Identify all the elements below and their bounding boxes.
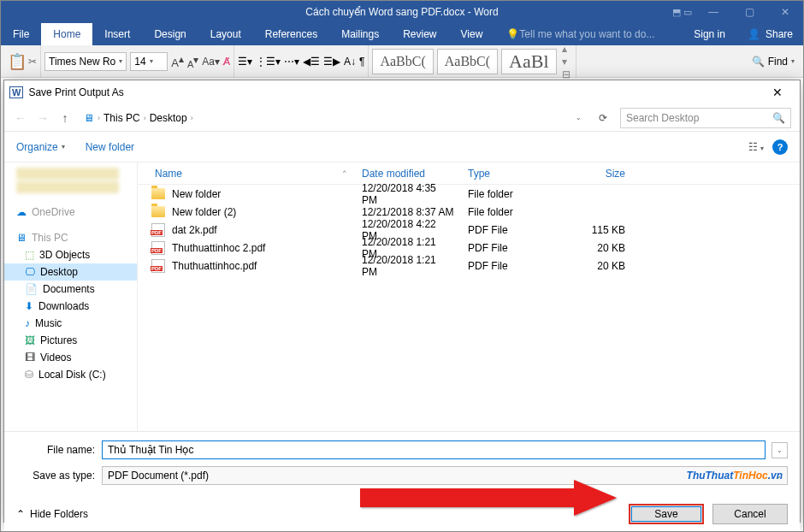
save-as-dialog: W Save Print Output As ✕ ← → ↑ 🖥 › This … [3, 80, 801, 523]
file-row[interactable]: dat 2k.pdf12/20/2018 4:22 PMPDF File115 … [138, 221, 800, 239]
dialog-bottom: File name: ⌄ Save as type: PDF Document … [4, 431, 800, 531]
minimize-button[interactable]: — [695, 1, 731, 23]
ribbon-home: 📋 ✂ Times New Ro▾ 14▾ A▴ A▾ Aa▾ A̸ ☰▾ ⋮☰… [1, 45, 803, 78]
nav-forward-button[interactable]: → [35, 111, 50, 125]
filename-input[interactable] [102, 440, 766, 459]
column-date[interactable]: Date modified [355, 168, 461, 180]
tab-view[interactable]: View [449, 23, 495, 45]
sidebar-thispc[interactable]: 🖥This PC [4, 229, 137, 246]
show-marks-icon[interactable]: ¶ [359, 56, 364, 68]
style-normal[interactable]: AaBbC( [372, 49, 433, 74]
savetype-combo[interactable]: PDF Document (*.pdf) ⌄ [102, 466, 788, 485]
tell-me-search[interactable]: 💡 Tell me what you want to do... [494, 23, 666, 45]
styles-more-icon[interactable]: ⊟ [562, 68, 570, 80]
sidebar-3dobjects[interactable]: ⬚3D Objects [4, 246, 137, 263]
numbering-icon[interactable]: ⋮☰▾ [256, 56, 281, 68]
sidebar-downloads[interactable]: ⬇Downloads [4, 298, 137, 315]
find-label: Find [768, 56, 788, 68]
organize-label: Organize [16, 141, 58, 153]
file-type: PDF File [461, 242, 557, 254]
column-type[interactable]: Type [461, 168, 557, 180]
paste-icon[interactable]: 📋 [8, 52, 27, 71]
search-input[interactable]: Search Desktop 🔍 [620, 108, 791, 128]
dialog-close-button[interactable]: ✕ [760, 86, 795, 99]
folder-icon [151, 206, 165, 217]
sidebar-music[interactable]: ♪Music [4, 315, 137, 332]
dialog-title: Save Print Output As [28, 86, 123, 98]
multilevel-icon[interactable]: ⋯▾ [284, 56, 299, 68]
file-list: Name⌃ Date modified Type Size New folder… [138, 163, 800, 431]
clear-format-icon[interactable]: A̸ [223, 56, 230, 68]
nav-back-button[interactable]: ← [13, 111, 28, 125]
change-case-icon[interactable]: Aa▾ [202, 56, 220, 68]
tab-file[interactable]: File [1, 23, 41, 45]
cut-icon[interactable]: ✂ [28, 56, 37, 68]
savetype-label: Save as type: [16, 470, 95, 482]
save-button[interactable]: Save [629, 504, 704, 524]
breadcrumb[interactable]: 🖥 › This PC › Desktop › ⌄ [80, 108, 586, 128]
window-restore-icons[interactable]: ⬒ ▭ [672, 1, 692, 23]
increase-indent-icon[interactable]: ☰▶ [323, 56, 340, 68]
sidebar-documents[interactable]: 📄Documents [4, 281, 137, 298]
file-row[interactable]: New folder (2)12/21/2018 8:37 AMFile fol… [138, 203, 800, 221]
file-size: 20 KB [557, 242, 632, 254]
sidebar-videos[interactable]: 🎞Videos [4, 349, 137, 366]
bullets-icon[interactable]: ☰▾ [238, 56, 252, 68]
tab-mailings[interactable]: Mailings [329, 23, 391, 45]
styles-up-icon[interactable]: ▴ [562, 43, 570, 55]
close-button[interactable]: ✕ [767, 1, 803, 23]
refresh-button[interactable]: ⟳ [593, 112, 613, 124]
share-button[interactable]: 👤 Share [737, 23, 803, 45]
style-heading1[interactable]: AaBl [501, 49, 556, 74]
tab-insert[interactable]: Insert [92, 23, 142, 45]
sidebar-onedrive[interactable]: ☁OneDrive [4, 204, 137, 221]
tab-review[interactable]: Review [391, 23, 448, 45]
cloud-icon: ☁ [16, 206, 27, 218]
sidebar-item-label: OneDrive [32, 206, 75, 218]
styles-down-icon[interactable]: ▾ [562, 56, 570, 68]
breadcrumb-dropdown-icon[interactable]: ⌄ [576, 114, 582, 121]
sidebar-item-label: Videos [40, 352, 71, 364]
organize-menu[interactable]: Organize ▾ [16, 141, 65, 153]
dialog-titlebar: W Save Print Output As ✕ [4, 80, 800, 104]
person-icon: 👤 [748, 28, 760, 40]
sidebar-localdisk[interactable]: ⛁Local Disk (C:) [4, 366, 137, 383]
view-mode-button[interactable]: ☷ ▾ [748, 141, 764, 153]
share-label: Share [766, 28, 793, 40]
font-size-combo[interactable]: 14▾ [130, 52, 168, 71]
savetype-value: PDF Document (*.pdf) [108, 470, 209, 482]
signin-link[interactable]: Sign in [682, 23, 737, 45]
window-controls: — ▢ ✕ [695, 1, 803, 23]
cancel-button[interactable]: Cancel [712, 504, 788, 524]
new-folder-button[interactable]: New folder [86, 141, 134, 153]
style-nospacing[interactable]: AaBbC( [437, 49, 498, 74]
help-button[interactable]: ? [772, 139, 788, 155]
filename-dropdown-icon[interactable]: ⌄ [771, 442, 788, 458]
breadcrumb-thispc[interactable]: This PC [103, 112, 140, 124]
tab-references[interactable]: References [253, 23, 329, 45]
sidebar-item-label: Documents [43, 283, 95, 295]
shrink-font-icon[interactable]: A▾ [187, 54, 198, 69]
music-icon: ♪ [25, 317, 30, 329]
font-name-combo[interactable]: Times New Ro▾ [44, 52, 127, 71]
grow-font-icon[interactable]: A▴ [171, 53, 184, 69]
hide-folders-button[interactable]: ⌃ Hide Folders [16, 508, 88, 520]
column-name[interactable]: Name⌃ [138, 168, 355, 180]
nav-up-button[interactable]: ↑ [57, 111, 73, 125]
sort-icon[interactable]: A↓ [344, 56, 356, 68]
column-size[interactable]: Size [557, 168, 632, 180]
file-row[interactable]: Thuthuattinhoc.pdf12/20/2018 1:21 PMPDF … [138, 257, 800, 275]
tab-home[interactable]: Home [41, 23, 92, 45]
tab-layout[interactable]: Layout [198, 23, 253, 45]
find-button[interactable]: 🔍Find ▾ [747, 55, 800, 68]
tab-design[interactable]: Design [142, 23, 198, 45]
cube-icon: ⬚ [25, 249, 34, 261]
file-row[interactable]: Thuthuattinhoc 2.pdf12/20/2018 1:21 PMPD… [138, 239, 800, 257]
sidebar-desktop[interactable]: 🖵Desktop [4, 263, 137, 281]
decrease-indent-icon[interactable]: ◀☰ [303, 56, 320, 68]
file-row[interactable]: New folder12/20/2018 4:35 PMFile folder [138, 185, 800, 203]
nav-sidebar: ☁OneDrive 🖥This PC ⬚3D Objects 🖵Desktop … [4, 163, 138, 431]
sidebar-pictures[interactable]: 🖼Pictures [4, 332, 137, 349]
maximize-button[interactable]: ▢ [731, 1, 767, 23]
breadcrumb-desktop[interactable]: Desktop [150, 112, 187, 124]
